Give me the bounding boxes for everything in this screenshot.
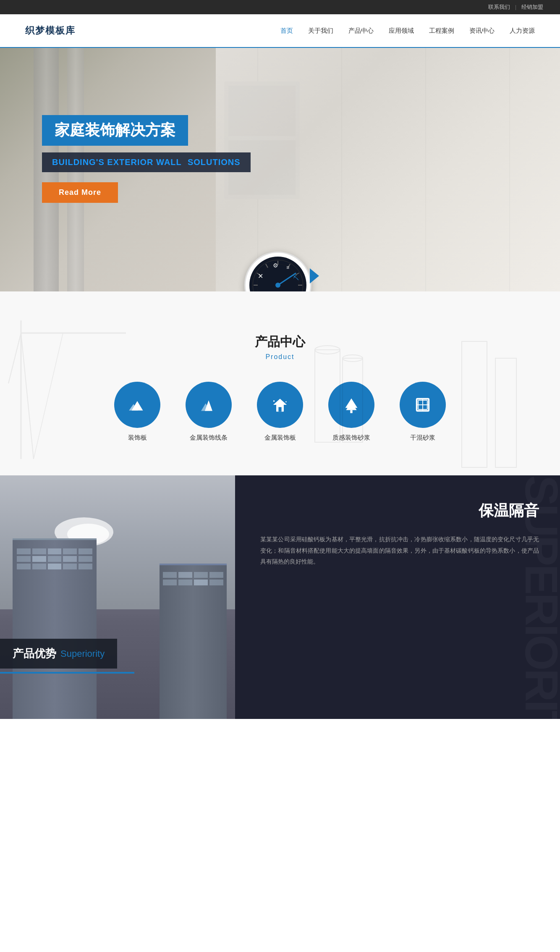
window [163, 580, 177, 585]
hero-content: 家庭装饰解决方案 BUILDING'S EXTERIOR WALL SOLUTI… [42, 115, 251, 203]
building-right [160, 564, 227, 719]
superiority-image: 产品优势 Superiority [0, 475, 235, 719]
gauge-decoration: ✕ ⚙ ≡ ⛏ 🖌 ⬛ [244, 252, 316, 291]
product-section: 产品中心 Product 装饰板 金属装饰线条 [0, 291, 560, 475]
svg-rect-49 [278, 407, 281, 412]
gauge-tool-icons: ✕ ⚙ ≡ ⛏ 🖌 ⬛ [249, 257, 306, 291]
gauge-circle: ✕ ⚙ ≡ ⛏ 🖌 ⬛ [244, 252, 311, 291]
nav-cases[interactable]: 工程案例 [429, 27, 454, 35]
superiority-banner-zh: 产品优势 [13, 646, 56, 661]
divider: | [515, 4, 516, 10]
superiority-section: 产品优势 Superiority SUPERIORITY 保温隔音 某某某公司采… [0, 475, 560, 719]
window [79, 556, 92, 562]
nav-home[interactable]: 首页 [280, 27, 293, 35]
product-title-en: Product [17, 353, 543, 361]
window [178, 580, 192, 585]
window [209, 580, 223, 585]
svg-rect-55 [350, 410, 352, 413]
product-item-5[interactable]: 干混砂浆 [400, 382, 446, 442]
svg-text:⛏: ⛏ [293, 275, 299, 281]
superiority-banner-bar [0, 672, 134, 674]
window [63, 556, 77, 562]
nav-about[interactable]: 关于我们 [308, 27, 333, 35]
product-label-5: 干混砂浆 [410, 434, 435, 442]
house-icon [269, 393, 291, 416]
window [32, 564, 46, 569]
window [48, 564, 62, 569]
product-icon-dry-mortar[interactable] [400, 382, 446, 428]
main-nav: 首页 关于我们 产品中心 应用领域 工程案例 资讯中心 人力资源 [280, 27, 535, 35]
contact-link[interactable]: 联系我们 [488, 3, 510, 11]
header: 织梦模板库 首页 关于我们 产品中心 应用领域 工程案例 资讯中心 人力资源 [0, 14, 560, 48]
hero-title-en-accent: SOLUTIONS [188, 157, 241, 167]
superiority-heading: 保温隔音 [260, 501, 539, 521]
window [32, 548, 46, 554]
mountain-icon [126, 393, 149, 416]
superiority-watermark: SUPERIORITY [515, 475, 560, 719]
building-background [0, 475, 235, 719]
window [79, 548, 92, 554]
gauge-inner: ✕ ⚙ ≡ ⛏ 🖌 ⬛ [249, 257, 306, 291]
product-label-2: 金属装饰线条 [190, 434, 228, 442]
window [48, 556, 62, 562]
nav-products[interactable]: 产品中心 [348, 27, 374, 35]
superiority-banner: 产品优势 Superiority [0, 639, 117, 669]
product-label-4: 质感装饰砂浆 [332, 434, 370, 442]
product-grid: 装饰板 金属装饰线条 [17, 382, 543, 442]
windows-right [160, 565, 227, 592]
window [17, 548, 31, 554]
hero-title-en: BUILDING'S EXTERIOR WALL SOLUTIONS [42, 152, 251, 172]
windows-left [13, 540, 97, 578]
nav-applications[interactable]: 应用领域 [389, 27, 414, 35]
product-label-3: 金属装饰板 [264, 434, 296, 442]
window [163, 572, 177, 578]
window [17, 556, 31, 562]
window [178, 572, 192, 578]
product-label-1: 装饰板 [128, 434, 147, 442]
window [194, 580, 208, 585]
product-item-1[interactable]: 装饰板 [114, 382, 160, 442]
gauge-arrow [310, 268, 319, 283]
product-icon-metal-lines[interactable] [186, 382, 232, 428]
window [32, 556, 46, 562]
hero-banner: 家庭装饰解决方案 BUILDING'S EXTERIOR WALL SOLUTI… [0, 48, 560, 291]
svg-text:✕: ✕ [258, 273, 263, 280]
peaks-icon [197, 393, 220, 416]
frame-icon [411, 393, 434, 416]
window [209, 572, 223, 578]
building-left [13, 538, 97, 719]
hero-title-zh: 家庭装饰解决方案 [42, 115, 188, 146]
window [63, 564, 77, 569]
svg-text:≡: ≡ [286, 265, 289, 270]
product-item-2[interactable]: 金属装饰线条 [186, 382, 232, 442]
product-icon-texture-mortar[interactable] [328, 382, 374, 428]
nav-news[interactable]: 资讯中心 [469, 27, 495, 35]
logo: 织梦模板库 [25, 24, 76, 37]
window [17, 564, 31, 569]
product-item-3[interactable]: 金属装饰板 [257, 382, 303, 442]
product-title-zh: 产品中心 [17, 333, 543, 351]
window [63, 548, 77, 554]
nav-hr[interactable]: 人力资源 [510, 27, 535, 35]
svg-text:⚙: ⚙ [273, 262, 278, 269]
window [194, 572, 208, 578]
svg-point-50 [273, 400, 275, 402]
superiority-body: 某某某公司采用硅酸钙板为基材，平整光滑，抗折抗冲击，冷热膨张收缩系数小，随温度的… [260, 534, 539, 567]
superiority-content: SUPERIORITY 保温隔音 某某某公司采用硅酸钙板为基材，平整光滑，抗折抗… [235, 475, 560, 719]
product-item-4[interactable]: 质感装饰砂浆 [328, 382, 374, 442]
window [48, 548, 62, 554]
window [79, 564, 92, 569]
read-more-button[interactable]: Read More [42, 182, 118, 203]
product-icon-metal-board[interactable] [257, 382, 303, 428]
dealer-link[interactable]: 经销加盟 [521, 3, 543, 11]
svg-point-51 [285, 401, 287, 402]
superiority-banner-en: Superiority [60, 648, 105, 659]
top-bar: 联系我们 | 经销加盟 [0, 0, 560, 14]
tree-icon [340, 393, 363, 416]
product-icon-decorative-board[interactable] [114, 382, 160, 428]
